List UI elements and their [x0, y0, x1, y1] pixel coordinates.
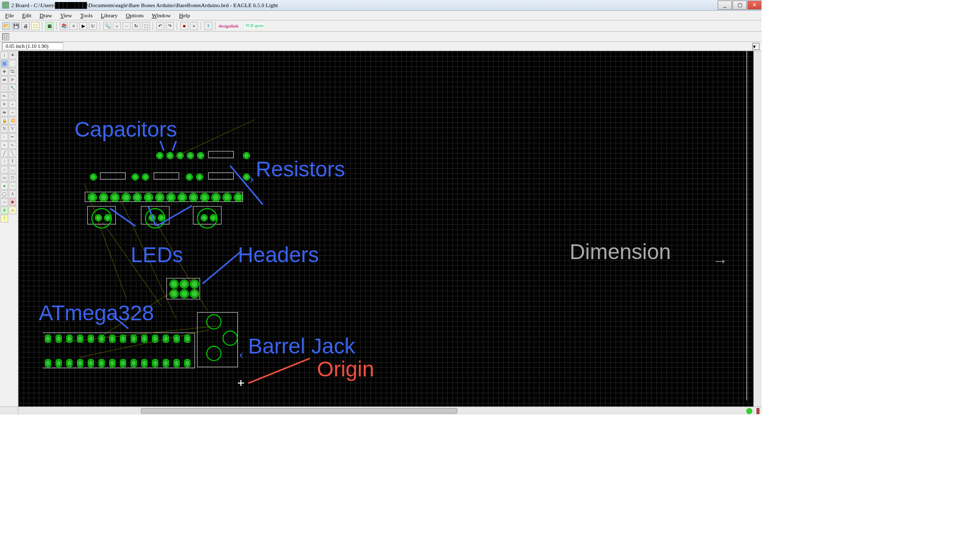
show-tool-icon[interactable]: 👁	[9, 52, 16, 59]
erc-tool-icon[interactable]: ⚠	[9, 207, 16, 214]
arc-tool-icon[interactable]: ◡	[9, 166, 16, 173]
pad	[66, 335, 72, 343]
menu-view[interactable]: View	[56, 11, 76, 19]
grid-icon[interactable]	[2, 33, 9, 40]
group-tool-icon[interactable]: ⬚	[1, 84, 8, 92]
zoom-out-icon[interactable]: −	[122, 22, 131, 30]
redo-icon[interactable]: ↷	[166, 22, 174, 30]
script-icon[interactable]: ≡	[69, 22, 78, 30]
auto-tool-icon[interactable]: #	[1, 207, 8, 214]
label-origin: Origin	[317, 357, 374, 382]
canvas-content: Capacitors Resistors LEDs Headers ATmega…	[18, 51, 753, 407]
replace-tool-icon[interactable]: ↔	[9, 109, 16, 116]
arrow-dimension: →	[713, 252, 728, 269]
pad	[90, 173, 97, 181]
go-icon[interactable]: ●	[190, 22, 198, 30]
zoom-fit-icon[interactable]: 🔍	[103, 22, 111, 30]
signal-tool-icon[interactable]: ─	[9, 182, 16, 190]
meander-tool-icon[interactable]: ∿	[9, 141, 16, 149]
menu-help[interactable]: Help	[175, 11, 194, 19]
pad	[121, 193, 131, 202]
maximize-button[interactable]: ▢	[732, 1, 747, 10]
pad	[184, 335, 190, 343]
layer-tool-icon[interactable]: ▤	[1, 60, 8, 67]
menu-draw[interactable]: Draw	[35, 11, 56, 19]
scroll-thumb[interactable]	[141, 408, 457, 414]
mirror-tool-icon[interactable]: ⇄	[1, 76, 8, 84]
menu-tools[interactable]: Tools	[76, 11, 96, 19]
delete-tool-icon[interactable]: ✕	[1, 100, 8, 108]
wire-tool-icon[interactable]: /	[1, 158, 8, 165]
attribute-tool-icon[interactable]: A	[9, 190, 16, 198]
cut-tool-icon[interactable]: ✂	[1, 92, 8, 100]
pad	[156, 152, 163, 159]
move-tool-icon[interactable]: ✥	[1, 68, 8, 75]
ulp-icon[interactable]: U	[89, 22, 97, 30]
miter-tool-icon[interactable]: ⌐	[1, 133, 8, 141]
dimension-tool-icon[interactable]: ↔	[1, 198, 8, 206]
text-tool-icon[interactable]: T	[9, 158, 16, 165]
board-schematic-icon[interactable]: ▦	[45, 22, 54, 30]
value-tool-icon[interactable]: V	[9, 125, 16, 133]
close-button[interactable]: ✕	[747, 1, 762, 10]
menu-window[interactable]: Window	[148, 11, 175, 19]
cam-icon[interactable]: ⬚	[31, 22, 39, 30]
minimize-button[interactable]: _	[718, 1, 732, 10]
scroll-track[interactable]	[18, 407, 744, 415]
print-icon[interactable]: 🖨	[21, 22, 30, 30]
menu-options[interactable]: Options	[121, 11, 148, 19]
smash-tool-icon[interactable]: 💥	[9, 117, 16, 124]
via-tool-icon[interactable]: ●	[1, 182, 8, 190]
arrow-capacitors	[161, 141, 187, 152]
coordinate-readout: 0.05 inch (1.10 1.90)	[2, 42, 63, 50]
copy-tool-icon[interactable]: ⿻	[9, 68, 16, 75]
pad	[196, 173, 203, 181]
label-barrel: Barrel Jack	[248, 334, 355, 359]
arrow-origin	[248, 358, 310, 384]
menu-library[interactable]: Library	[96, 11, 121, 19]
pad	[186, 173, 193, 181]
pcbquote-button[interactable]: PCB quote	[245, 23, 265, 29]
library-icon[interactable]: 📚	[60, 22, 68, 30]
polygon-tool-icon[interactable]: ⬠	[9, 174, 16, 182]
info-tool-icon[interactable]: i	[1, 52, 8, 59]
lock-tool-icon[interactable]: 🔒	[1, 117, 8, 124]
rotate-tool-icon[interactable]: ⟳	[9, 76, 16, 84]
menu-file[interactable]: File	[1, 11, 18, 19]
board-canvas[interactable]: Capacitors Resistors LEDs Headers ATmega…	[18, 51, 753, 407]
pad	[109, 335, 115, 343]
dropdown-icon[interactable]: ▾	[752, 43, 760, 50]
zoom-in-icon[interactable]: +	[113, 22, 121, 30]
pad	[120, 359, 126, 367]
save-icon[interactable]: 💾	[12, 22, 20, 30]
pad	[66, 359, 72, 367]
optimize-tool-icon[interactable]: ≈	[1, 141, 8, 149]
designlink-button[interactable]: designlink	[218, 23, 239, 29]
errors-tool-icon[interactable]: !	[1, 215, 8, 222]
stop-icon[interactable]: ■	[180, 22, 188, 30]
hole-tool-icon[interactable]: ◯	[1, 190, 8, 198]
run-icon[interactable]: ▶	[79, 22, 87, 30]
change-tool-icon[interactable]: 🔧	[9, 84, 16, 92]
pad	[155, 193, 164, 202]
help-icon[interactable]: ?	[204, 22, 212, 30]
ratsnest-tool-icon[interactable]: ✱	[9, 198, 16, 206]
open-icon[interactable]: 📂	[2, 22, 10, 30]
mark-tool-icon[interactable]	[9, 60, 16, 67]
rect-tool-icon[interactable]: ▭	[1, 174, 8, 182]
menu-edit[interactable]: Edit	[18, 11, 35, 19]
zoom-select-icon[interactable]: ⬚	[142, 22, 150, 30]
pinswap-tool-icon[interactable]: ⇆	[1, 109, 8, 116]
ripup-tool-icon[interactable]: ╲	[9, 149, 16, 157]
route-tool-icon[interactable]: ╱	[1, 149, 8, 157]
circle-tool-icon[interactable]: ○	[1, 166, 8, 173]
horizontal-scrollbar[interactable]	[0, 407, 762, 415]
name-tool-icon[interactable]: N	[1, 125, 8, 133]
pad	[56, 359, 62, 367]
split-tool-icon[interactable]: ✂	[9, 133, 16, 141]
zoom-redraw-icon[interactable]: ↻	[132, 22, 140, 30]
paste-tool-icon[interactable]: 📋	[9, 92, 16, 100]
vertical-scrollbar[interactable]	[753, 51, 762, 407]
add-tool-icon[interactable]: +	[9, 100, 16, 108]
undo-icon[interactable]: ↶	[156, 22, 164, 30]
